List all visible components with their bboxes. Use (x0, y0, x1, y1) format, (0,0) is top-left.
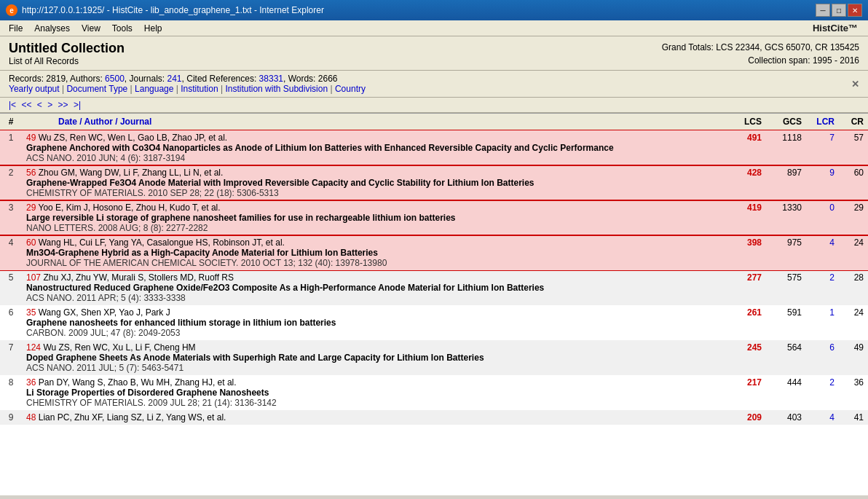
row-number: 9 (0, 410, 22, 425)
article-ref-and-authors: 48 Lian PC, Zhu XF, Liang SZ, Li Z, Yang… (26, 412, 226, 423)
cr-value: 28 (839, 270, 868, 305)
col-header-lcs: LCS (722, 114, 766, 130)
minimize-button[interactable]: ─ (816, 4, 830, 17)
lcr-value: 4 (806, 235, 839, 270)
ref-number-link[interactable]: 56 (26, 168, 36, 178)
cr-value: 57 (839, 130, 868, 166)
ie-icon: e (6, 4, 17, 16)
article-ref-and-authors: 56 Zhou GM, Wang DW, Li F, Zhang LL, Li … (26, 168, 223, 178)
row-number: 2 (0, 165, 22, 200)
article-title: Li Storage Properties of Disordered Grap… (26, 388, 718, 398)
nav-bar: |< << < > >> >| (0, 98, 868, 113)
institution-link[interactable]: Institution (181, 84, 218, 94)
cr-value: 24 (839, 235, 868, 270)
records-table-container: # Date / Author / Journal LCS GCS LCR CR… (0, 113, 868, 495)
author-info: Wang GX, Shen XP, Yao J, Park J (39, 307, 170, 318)
ref-number-link[interactable]: 29 (26, 203, 36, 213)
article-ref-and-authors: 35 Wang GX, Shen XP, Yao J, Park J (26, 307, 170, 318)
menu-view[interactable]: View (76, 22, 106, 35)
window-controls[interactable]: ─ □ ✕ (816, 4, 862, 17)
menu-tools[interactable]: Tools (106, 22, 138, 35)
lcr-value: 4 (806, 410, 839, 425)
ref-number-link[interactable]: 36 (26, 377, 36, 388)
gcs-value: 444 (766, 375, 806, 410)
row-number: 4 (0, 235, 22, 270)
nav-first[interactable]: |< (9, 100, 16, 110)
row-content: 48 Lian PC, Zhu XF, Liang SZ, Li Z, Yang… (22, 410, 722, 425)
lcs-value: 428 (722, 165, 766, 200)
article-journal: CHEMISTRY OF MATERIALS. 2010 SEP 28; 22 … (26, 188, 718, 198)
gcs-value: 403 (766, 410, 806, 425)
menu-help[interactable]: Help (138, 22, 168, 35)
article-ref-and-authors: 124 Wu ZS, Ren WC, Xu L, Li F, Cheng HM (26, 342, 196, 353)
records-label: Records: (9, 74, 46, 84)
nav-prev[interactable]: < (37, 100, 42, 110)
article-ref-and-authors: 36 Pan DY, Wang S, Zhao B, Wu MH, Zhang … (26, 377, 237, 388)
cr-value: 49 (839, 340, 868, 375)
lcs-value: 491 (722, 130, 766, 166)
lcr-value: 1 (806, 305, 839, 340)
ref-number-link[interactable]: 35 (26, 307, 36, 318)
app-title: Untitled Collection (9, 41, 125, 56)
close-button[interactable]: ✕ (848, 4, 862, 17)
nav-next[interactable]: > (47, 100, 52, 110)
article-ref-and-authors: 107 Zhu XJ, Zhu YW, Murali S, Stollers M… (26, 272, 234, 283)
article-title: Mn3O4-Graphene Hybrid as a High-Capacity… (26, 248, 718, 258)
nav-next-far[interactable]: >> (58, 100, 68, 110)
row-content: 29 Yoo E, Kim J, Hosono E, Zhou H, Kudo … (22, 200, 722, 235)
maximize-button[interactable]: □ (832, 4, 846, 17)
lcs-value: 209 (722, 410, 766, 425)
gcs-value: 575 (766, 270, 806, 305)
title-bar: e http://127.0.0.1:1925/ - HistCite - li… (0, 0, 868, 20)
nav-prev-far[interactable]: << (21, 100, 31, 110)
nav-last[interactable]: >| (74, 100, 81, 110)
article-journal: ACS NANO. 2010 JUN; 4 (6): 3187-3194 (26, 153, 718, 163)
lcs-value: 245 (722, 340, 766, 375)
table-row: 9 48 Lian PC, Zhu XF, Liang SZ, Li Z, Ya… (0, 410, 868, 425)
ref-number-link[interactable]: 48 (26, 412, 36, 423)
article-title: Graphene Anchored with Co3O4 Nanoparticl… (26, 143, 718, 153)
article-journal: CHEMISTRY OF MATERIALS. 2009 JUL 28; 21 … (26, 398, 718, 408)
row-number: 8 (0, 375, 22, 410)
author-info: Lian PC, Zhu XF, Liang SZ, Li Z, Yang WS… (39, 412, 226, 423)
lcs-value: 398 (722, 235, 766, 270)
country-link[interactable]: Country (335, 84, 366, 94)
lcs-value: 419 (722, 200, 766, 235)
ref-number-link[interactable]: 107 (26, 272, 41, 283)
col-header-num: # (0, 114, 22, 130)
row-content: 36 Pan DY, Wang S, Zhao B, Wu MH, Zhang … (22, 375, 722, 410)
table-row: 8 36 Pan DY, Wang S, Zhao B, Wu MH, Zhan… (0, 375, 868, 410)
institution-subdivision-link[interactable]: Institution with Subdivision (225, 84, 328, 94)
journals-link[interactable]: 241 (167, 74, 182, 84)
menu-analyses[interactable]: Analyses (28, 22, 76, 35)
ref-number-link[interactable]: 60 (26, 237, 36, 248)
ref-number-link[interactable]: 124 (26, 342, 41, 353)
row-number: 1 (0, 130, 22, 166)
cited-refs-link[interactable]: 38331 (259, 74, 283, 84)
menu-file[interactable]: File (3, 22, 28, 35)
document-type-link[interactable]: Document Type (66, 84, 127, 94)
article-ref-and-authors: 29 Yoo E, Kim J, Hosono E, Zhou H, Kudo … (26, 203, 221, 213)
yearly-output-link[interactable]: Yearly output (9, 84, 60, 94)
row-content: 60 Wang HL, Cui LF, Yang YA, Casalongue … (22, 235, 722, 270)
words-value: 2666 (318, 74, 338, 84)
article-ref-and-authors: 60 Wang HL, Cui LF, Yang YA, Casalongue … (26, 237, 285, 248)
collection-span: Collection span: 1995 - 2016 (662, 54, 859, 67)
info-bar: Records: 2819, Authors: 6500, Journals: … (0, 71, 868, 98)
col-header-main[interactable]: Date / Author / Journal (22, 114, 722, 130)
cr-value: 36 (839, 375, 868, 410)
gcs-value: 975 (766, 235, 806, 270)
ref-number-link[interactable]: 49 (26, 133, 36, 143)
lcr-value: 2 (806, 375, 839, 410)
cr-value: 24 (839, 305, 868, 340)
close-info-button[interactable]: ✕ (851, 79, 859, 90)
table-header-row: # Date / Author / Journal LCS GCS LCR CR (0, 114, 868, 130)
menu-bar: File Analyses View Tools Help HistCite™ (0, 20, 868, 36)
app-subtitle: List of All Records (9, 56, 125, 66)
lcs-value: 217 (722, 375, 766, 410)
row-content: 124 Wu ZS, Ren WC, Xu L, Li F, Cheng HM … (22, 340, 722, 375)
article-title: Doped Graphene Sheets As Anode Materials… (26, 353, 718, 363)
authors-link[interactable]: 6500 (105, 74, 125, 84)
language-link[interactable]: Language (135, 84, 173, 94)
author-info: Zhu XJ, Zhu YW, Murali S, Stollers MD, R… (43, 272, 234, 283)
